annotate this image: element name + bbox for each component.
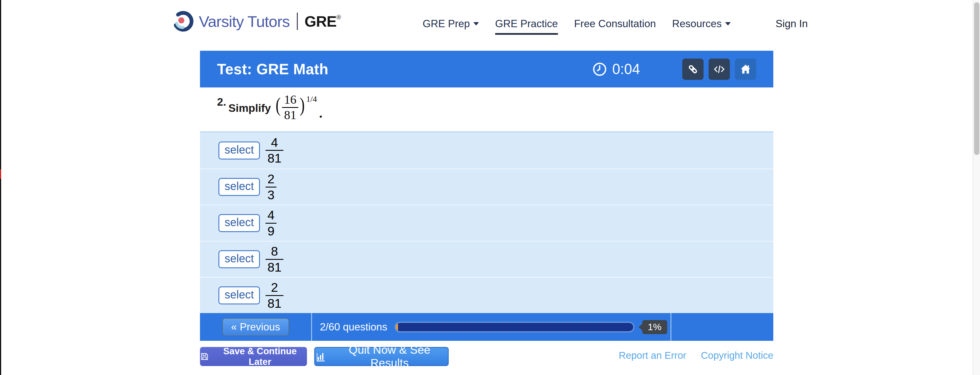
fraction-denominator: 81 <box>266 151 283 166</box>
registered-mark: ® <box>336 14 340 21</box>
fraction-numerator: 4 <box>266 135 283 150</box>
scrollbar[interactable] <box>973 0 980 375</box>
fraction-numerator: 8 <box>266 244 283 259</box>
fraction-denominator: 3 <box>266 188 277 203</box>
footer-empty-section <box>671 313 773 341</box>
answer-fraction: 2 3 <box>266 172 277 202</box>
quit-see-results-button[interactable]: Quit Now & See Results <box>314 347 449 366</box>
fraction-denominator: 81 <box>266 260 283 274</box>
exponent: 1/4 <box>306 94 317 131</box>
open-paren: ( <box>275 95 281 131</box>
footer-previous-section: « Previous <box>200 313 312 341</box>
fraction-denominator: 81 <box>282 108 298 123</box>
select-answer-button[interactable]: select <box>218 142 260 160</box>
progress-bar <box>395 322 635 332</box>
progress-label: 2/60 questions <box>320 321 387 333</box>
fraction-numerator: 4 <box>266 208 277 223</box>
period: . <box>319 106 323 131</box>
clock-icon <box>592 62 607 77</box>
select-answer-button[interactable]: select <box>218 178 260 196</box>
nav-item-resources[interactable]: Resources <box>672 18 731 30</box>
select-answer-button[interactable]: select <box>218 286 260 304</box>
select-answer-button[interactable]: select <box>218 214 260 232</box>
brand-product: GRE® <box>304 13 340 30</box>
test-panel: Test: GRE Math 0:04 <box>200 51 773 341</box>
close-paren: ) <box>300 95 305 131</box>
progress-percent-badge: 1% <box>642 320 667 334</box>
nav-item-free-consultation[interactable]: Free Consultation <box>574 18 656 30</box>
chevron-down-icon <box>473 22 479 26</box>
answer-row: select 8 81 <box>200 241 773 277</box>
fraction-numerator: 16 <box>282 93 298 107</box>
page: Varsity Tutors GRE® GRE Prep GRE Practic… <box>0 0 980 375</box>
sign-in-link[interactable]: Sign In <box>776 0 808 48</box>
answer-fraction: 4 81 <box>266 135 283 166</box>
nav-links: GRE Prep GRE Practice Free Consultation … <box>423 0 731 48</box>
answer-fraction: 8 81 <box>266 244 283 274</box>
test-title: Test: GRE Math <box>217 61 329 78</box>
badge-arrow <box>639 324 643 330</box>
footer-links: Report an Error Copyright Notice <box>619 350 773 361</box>
save-icon <box>200 352 209 361</box>
progress-bar-fill <box>396 323 398 331</box>
chevron-down-icon <box>725 22 731 26</box>
share-link-button[interactable] <box>682 59 703 80</box>
answer-fraction: 4 9 <box>266 208 277 238</box>
recording-indicator <box>0 169 1 179</box>
fraction-denominator: 81 <box>266 296 283 311</box>
nav-item-gre-practice[interactable]: GRE Practice <box>495 18 558 35</box>
footer-progress-section: 2/60 questions 1% <box>312 313 671 341</box>
fraction-denominator: 9 <box>266 223 277 238</box>
test-footer-bar: « Previous 2/60 questions 1% <box>200 313 773 341</box>
nav-item-gre-prep[interactable]: GRE Prep <box>423 18 479 30</box>
question-expression: ( 16 81 ) 1/4 . <box>275 88 322 131</box>
answer-row: select 2 3 <box>200 168 773 204</box>
home-icon <box>740 63 752 75</box>
answer-fraction: 2 81 <box>266 280 283 311</box>
fraction-numerator: 2 <box>266 172 277 187</box>
brand-divider <box>297 13 298 30</box>
bar-chart-icon <box>315 350 327 363</box>
save-continue-button[interactable]: Save & Continue Later <box>200 347 307 366</box>
code-icon <box>713 63 725 75</box>
brand-logo[interactable]: Varsity Tutors GRE® <box>172 10 340 32</box>
answer-row: select 2 81 <box>200 277 773 313</box>
answer-row: select 4 9 <box>200 204 773 241</box>
previous-button[interactable]: « Previous <box>223 318 289 336</box>
embed-code-button[interactable] <box>709 59 730 80</box>
top-navigation: Varsity Tutors GRE® GRE Prep GRE Practic… <box>1 0 973 51</box>
select-answer-button[interactable]: select <box>218 250 260 268</box>
question-prompt: Simplify <box>229 102 271 131</box>
home-button[interactable] <box>735 59 756 80</box>
question-area: 2. Simplify ( 16 81 ) 1/4 . <box>200 88 773 131</box>
varsity-tutors-logo-icon <box>172 10 194 32</box>
window-left-border <box>0 0 1 375</box>
fraction-numerator: 2 <box>266 280 283 295</box>
brand-name: Varsity Tutors <box>199 12 290 30</box>
header-buttons <box>682 59 756 80</box>
answer-row: select 4 81 <box>200 132 773 168</box>
question-fraction: 16 81 <box>282 93 298 131</box>
copyright-notice-link[interactable]: Copyright Notice <box>701 350 773 361</box>
test-header-bar: Test: GRE Math 0:04 <box>200 51 773 88</box>
timer: 0:04 <box>592 51 640 88</box>
bottom-actions: Save & Continue Later Quit Now & See Res… <box>200 347 773 366</box>
timer-value: 0:04 <box>612 61 640 77</box>
question-number: 2. <box>217 96 226 131</box>
report-error-link[interactable]: Report an Error <box>619 350 686 361</box>
scrollbar-thumb[interactable] <box>974 2 980 155</box>
answer-options: select 4 81 select 2 3 select 4 <box>200 131 773 313</box>
link-icon <box>687 63 699 75</box>
